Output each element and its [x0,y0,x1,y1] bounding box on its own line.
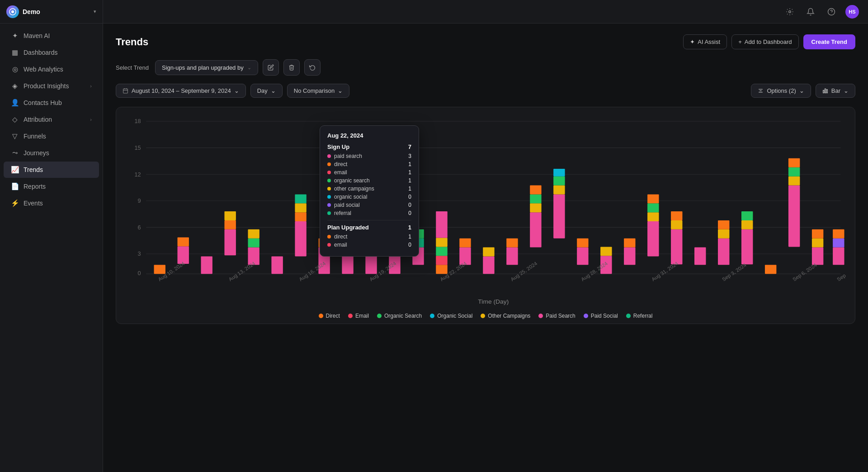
granularity-arrow-icon: ⌄ [271,87,276,94]
tooltip-section1-header: Sign Up 7 [327,143,411,150]
sidebar-item-reports[interactable]: 📄 Reports [4,178,99,195]
workspace-chevron-icon[interactable]: ▾ [94,9,96,14]
trend-select-row: Select Trend Sign-ups and plan upgraded … [116,59,855,76]
comparison-arrow-icon: ⌄ [338,87,343,94]
svg-rect-33 [224,220,236,229]
tooltip-section1-total: 7 [408,143,411,150]
tooltip-section2-total: 1 [408,224,411,231]
tooltip-dot [327,179,331,182]
ai-assist-button[interactable]: ✦ AI Assist [683,34,727,49]
help-icon[interactable] [825,5,838,19]
legend-dot [377,314,382,318]
sidebar-item-dashboards[interactable]: ▦ Dashboards [4,44,99,61]
options-button[interactable]: Options (2) ⌄ [751,84,811,98]
tooltip-dot [327,203,331,207]
svg-rect-66 [506,238,518,248]
date-range-value: August 10, 2024 – September 9, 2024 [132,87,231,94]
svg-rect-95 [765,265,776,274]
reset-trend-button[interactable] [304,59,321,76]
svg-rect-91 [718,220,729,229]
granularity-button[interactable]: Day ⌄ [250,84,283,98]
legend-item: Paid Search [538,313,575,319]
svg-rect-29 [178,246,189,264]
svg-rect-64 [483,248,494,257]
legend-label: Referral [633,313,653,319]
user-avatar[interactable]: HS [845,5,859,19]
tooltip-row: direct 1 [327,234,411,240]
svg-rect-62 [459,238,471,248]
sidebar-item-journeys[interactable]: ⤳ Journeys [4,145,99,161]
legend-dot [348,314,353,318]
sidebar-label-journeys: Journeys [24,149,92,157]
options-value: Options (2) [767,87,796,94]
sidebar-icon-attribution: ◇ [11,115,19,124]
svg-rect-41 [295,203,306,212]
svg-rect-103 [833,248,844,265]
sidebar-icon-dashboards: ▦ [11,48,19,57]
delete-trend-button[interactable] [283,59,300,76]
sidebar-item-attribution[interactable]: ◇ Attribution › [4,111,99,128]
chart-tooltip: Aug 22, 2024 Sign Up 7 paid search 3 dir… [320,125,419,257]
svg-rect-40 [295,212,306,221]
sidebar-label-web-analytics: Web Analytics [24,66,92,73]
main-content: Trends ✦ AI Assist + Add to Dashboard Cr… [103,24,868,472]
svg-rect-59 [436,238,447,247]
svg-rect-81 [647,221,659,256]
sidebar-arrow-product-insights: › [90,83,92,89]
chart-svg: 18 15 12 9 6 3 0 [125,116,846,306]
notifications-icon[interactable] [804,5,817,19]
sidebar-item-maven-ai[interactable]: ✦ Maven AI [4,28,99,44]
comparison-button[interactable]: No Comparison ⌄ [287,84,349,98]
sidebar-header[interactable]: Demo ▾ [0,0,103,24]
sidebar-item-web-analytics[interactable]: ◎ Web Analytics [4,61,99,77]
svg-rect-28 [154,265,165,274]
sidebar: Demo ▾ ✦ Maven AI ▦ Dashboards ◎ Web Ana… [0,0,103,472]
tooltip-row-value: 1 [408,234,411,240]
tooltip-row-value: 0 [408,194,411,200]
svg-rect-65 [506,248,518,265]
sidebar-label-funnels: Funnels [24,133,92,140]
svg-rect-73 [553,176,565,186]
svg-rect-92 [741,229,753,264]
workspace-name: Demo [23,8,90,15]
legend-item: Email [348,313,369,319]
tooltip-row: email 0 [327,242,411,248]
sidebar-item-events[interactable]: ⚡ Events [4,195,99,211]
legend-item: Organic Social [430,313,472,319]
date-range-button[interactable]: August 10, 2024 – September 9, 2024 ⌄ [116,84,246,98]
sidebar-icon-funnels: ▽ [11,132,19,140]
tooltip-dot [327,211,331,215]
sidebar-item-funnels[interactable]: ▽ Funnels [4,128,99,144]
legend-label: Email [355,313,369,319]
svg-rect-76 [577,238,588,248]
trend-dropdown[interactable]: Sign-ups and plan upgraded by ⌄ [155,60,258,75]
page-header: Trends ✦ AI Assist + Add to Dashboard Cr… [116,34,855,49]
sidebar-item-contacts-hub[interactable]: 👤 Contacts Hub [4,95,99,111]
svg-rect-85 [671,229,682,264]
tooltip-row-value: 1 [408,169,411,176]
svg-rect-87 [671,211,682,220]
tooltip-row-label: other campaigns [334,186,405,192]
trend-dropdown-arrow-icon: ⌄ [247,65,251,71]
tooltip-row-value: 0 [408,202,411,208]
tooltip-dot [327,187,331,191]
tooltip-row: email 1 [327,169,411,176]
svg-rect-42 [295,194,306,203]
sidebar-item-trends[interactable]: 📈 Trends [4,162,99,178]
chart-container: 18 15 12 9 6 3 0 [116,107,855,324]
svg-rect-38 [271,256,283,274]
edit-trend-button[interactable] [263,59,279,76]
chart-legend: Direct Email Organic Search Organic Soci… [125,313,846,319]
sidebar-item-product-insights[interactable]: ◈ Product Insights › [4,78,99,94]
chart-type-button[interactable]: Bar ⌄ [816,84,855,98]
tooltip-row-label: organic search [334,177,405,184]
add-to-dashboard-button[interactable]: + Add to Dashboard [731,34,798,49]
svg-rect-67 [530,212,541,247]
tooltip-dot [327,243,331,247]
settings-icon[interactable] [783,5,797,19]
create-trend-button[interactable]: Create Trend [803,34,855,49]
svg-text:Sep 3, 2024: Sep 3, 2024 [721,262,747,282]
svg-rect-100 [812,248,823,265]
comparison-value: No Comparison [294,87,335,94]
sidebar-icon-reports: 📄 [11,182,19,191]
